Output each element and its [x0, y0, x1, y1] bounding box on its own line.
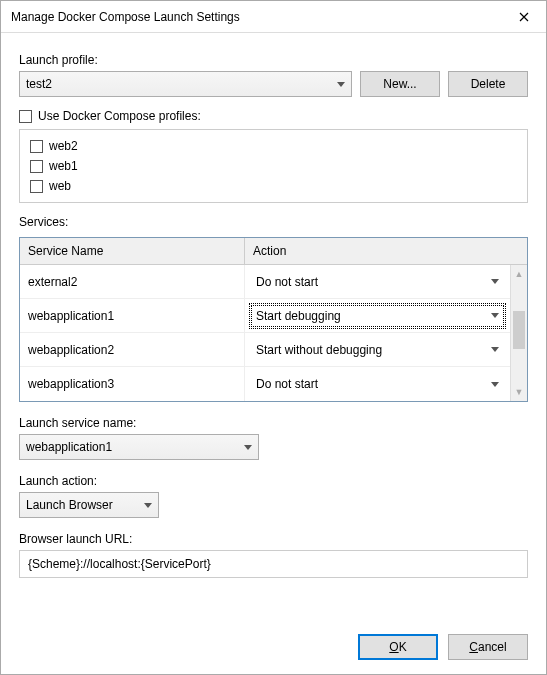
scroll-up-icon[interactable]: ▲ [511, 265, 527, 283]
service-name-cell[interactable]: webapplication1 [20, 299, 245, 332]
table-row: webapplication1 Start debugging [20, 299, 510, 333]
new-button[interactable]: New... [360, 71, 440, 97]
service-name-cell[interactable]: webapplication3 [20, 367, 245, 401]
profile-label: web [49, 179, 71, 193]
window-title: Manage Docker Compose Launch Settings [11, 10, 501, 24]
services-grid: Service Name Action external2 Do not sta… [19, 237, 528, 402]
browser-url-input[interactable]: {Scheme}://localhost:{ServicePort} [19, 550, 528, 578]
service-name-cell[interactable]: webapplication2 [20, 333, 245, 366]
table-row: external2 Do not start [20, 265, 510, 299]
close-icon [519, 12, 529, 22]
vertical-scrollbar[interactable]: ▲ ▼ [510, 265, 527, 401]
scroll-thumb[interactable] [513, 311, 525, 349]
action-select[interactable]: Start debugging [249, 303, 506, 329]
dialog-footer: OK Cancel [19, 618, 528, 660]
grid-body-wrap: external2 Do not start webapplication1 S… [20, 265, 527, 401]
action-select[interactable]: Do not start [249, 269, 506, 295]
cancel-button[interactable]: Cancel [448, 634, 528, 660]
chevron-down-icon [491, 279, 499, 284]
services-label: Services: [19, 215, 528, 229]
profile-label: web1 [49, 159, 78, 173]
titlebar: Manage Docker Compose Launch Settings [1, 1, 546, 33]
profile-item: web1 [30, 156, 517, 176]
profile-checkbox[interactable] [30, 140, 43, 153]
action-select[interactable]: Start without debugging [249, 337, 506, 363]
table-row: webapplication2 Start without debugging [20, 333, 510, 367]
scroll-down-icon[interactable]: ▼ [511, 383, 527, 401]
ok-button[interactable]: OK [358, 634, 438, 660]
profile-item: web2 [30, 136, 517, 156]
chevron-down-icon [244, 445, 252, 450]
launch-action-value: Launch Browser [26, 498, 113, 512]
service-action-cell: Start without debugging [245, 333, 510, 366]
launch-profile-label: Launch profile: [19, 53, 528, 67]
action-select[interactable]: Do not start [249, 371, 506, 397]
close-button[interactable] [501, 2, 546, 32]
col-service-name[interactable]: Service Name [20, 238, 245, 265]
chevron-down-icon [337, 82, 345, 87]
chevron-down-icon [491, 347, 499, 352]
launch-service-label: Launch service name: [19, 416, 528, 430]
browser-url-label: Browser launch URL: [19, 532, 528, 546]
chevron-down-icon [491, 313, 499, 318]
launch-profile-row: test2 New... Delete [19, 71, 528, 97]
chevron-down-icon [491, 382, 499, 387]
use-profiles-checkbox[interactable] [19, 110, 32, 123]
use-profiles-label: Use Docker Compose profiles: [38, 109, 201, 123]
launch-profile-value: test2 [26, 77, 52, 91]
launch-service-value: webapplication1 [26, 440, 112, 454]
launch-action-select[interactable]: Launch Browser [19, 492, 159, 518]
browser-url-value: {Scheme}://localhost:{ServicePort} [28, 557, 211, 571]
profile-label: web2 [49, 139, 78, 153]
dialog-content: Launch profile: test2 New... Delete Use … [1, 33, 546, 674]
launch-profile-select[interactable]: test2 [19, 71, 352, 97]
grid-header: Service Name Action [20, 238, 527, 265]
service-action-cell: Do not start [245, 265, 510, 298]
profile-checkbox[interactable] [30, 180, 43, 193]
chevron-down-icon [144, 503, 152, 508]
use-profiles-row: Use Docker Compose profiles: [19, 109, 528, 123]
profiles-list: web2 web1 web [19, 129, 528, 203]
service-name-cell[interactable]: external2 [20, 265, 245, 298]
table-row: webapplication3 Do not start [20, 367, 510, 401]
scroll-track[interactable] [511, 283, 527, 383]
launch-action-label: Launch action: [19, 474, 528, 488]
service-action-cell: Do not start [245, 367, 510, 401]
profile-checkbox[interactable] [30, 160, 43, 173]
profile-item: web [30, 176, 517, 196]
col-action[interactable]: Action [245, 238, 527, 265]
service-action-cell: Start debugging [245, 299, 510, 332]
launch-service-select[interactable]: webapplication1 [19, 434, 259, 460]
delete-button[interactable]: Delete [448, 71, 528, 97]
grid-body: external2 Do not start webapplication1 S… [20, 265, 510, 401]
